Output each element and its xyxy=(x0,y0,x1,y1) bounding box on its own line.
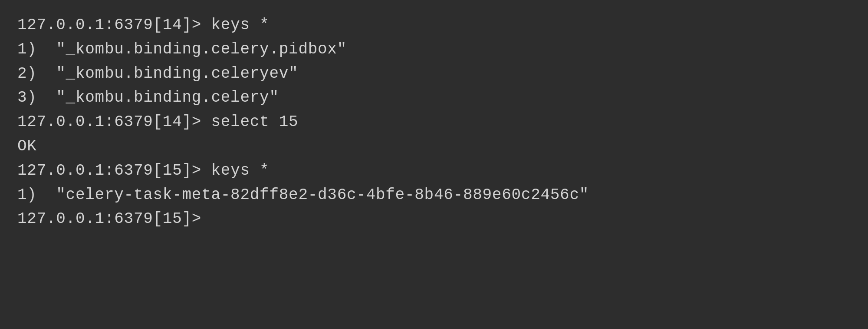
command-text: select 15 xyxy=(201,113,298,131)
terminal-window: 127.0.0.1:6379[14]> keys *1) "_kombu.bin… xyxy=(0,0,868,329)
terminal-line: 127.0.0.1:6379[14]> select 15 xyxy=(17,110,851,134)
terminal-line: 127.0.0.1:6379[15]> xyxy=(17,207,851,231)
output-text: OK xyxy=(17,137,37,155)
terminal-line: 127.0.0.1:6379[15]> keys * xyxy=(17,159,851,183)
prompt-text: 127.0.0.1:6379[15]> xyxy=(17,162,201,179)
prompt-text: 127.0.0.1:6379[15]> xyxy=(17,210,201,228)
output-text: 2) "_kombu.binding.celeryev" xyxy=(17,65,298,83)
output-text: 3) "_kombu.binding.celery" xyxy=(17,89,279,106)
terminal-line: 1) "_kombu.binding.celery.pidbox" xyxy=(17,37,851,62)
output-text: 1) "celery-task-meta-82dff8e2-d36c-4bfe-… xyxy=(17,186,589,204)
prompt-text: 127.0.0.1:6379[14]> xyxy=(17,113,201,131)
command-text: keys * xyxy=(201,162,269,179)
output-text: 1) "_kombu.binding.celery.pidbox" xyxy=(17,40,347,58)
prompt-text: 127.0.0.1:6379[14]> xyxy=(17,16,201,34)
terminal-line: 127.0.0.1:6379[14]> keys * xyxy=(17,13,851,37)
terminal-line: 2) "_kombu.binding.celeryev" xyxy=(17,62,851,86)
terminal-line: OK xyxy=(17,134,851,159)
terminal-line: 3) "_kombu.binding.celery" xyxy=(17,86,851,110)
terminal-line: 1) "celery-task-meta-82dff8e2-d36c-4bfe-… xyxy=(17,183,851,207)
command-text: keys * xyxy=(201,16,269,34)
